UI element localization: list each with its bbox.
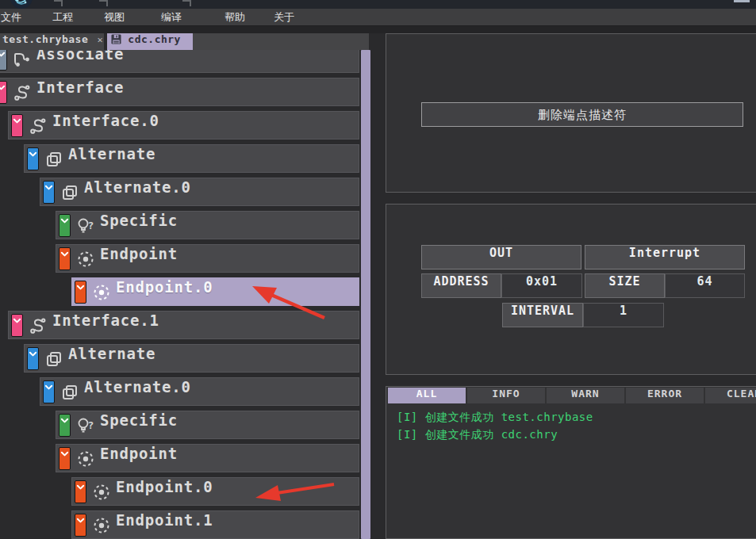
tree-row-label: Associate xyxy=(36,50,124,63)
alternate-icon xyxy=(44,350,63,369)
tree-row-associate[interactable]: Associate xyxy=(0,50,370,73)
titlebar-widget-fragment xyxy=(182,0,191,6)
endpoint-icon xyxy=(92,283,111,302)
tree-row-alternate-0[interactable]: Alternate.0 xyxy=(0,377,370,406)
log-tab-error[interactable]: ERROR xyxy=(626,388,704,403)
tree-row-specific[interactable]: ?Specific xyxy=(0,411,370,439)
tree-row-endpoint-0[interactable]: Endpoint.0 xyxy=(0,477,370,506)
tree-row-label: Alternate xyxy=(68,145,155,162)
chevron-down-toggle[interactable] xyxy=(43,380,55,403)
log-entry: [I] 创建文件成功 cdc.chry xyxy=(397,428,558,442)
endpoint-icon xyxy=(76,449,95,468)
tree-row-label: Interface.1 xyxy=(52,312,159,329)
chevron-down-toggle[interactable] xyxy=(75,281,86,304)
alternate-icon xyxy=(60,383,79,402)
tree-row-bar[interactable]: Alternate.0 xyxy=(40,377,359,406)
tree-row-label: Endpoint xyxy=(100,445,178,462)
size-label: SIZE xyxy=(585,273,665,298)
address-label: ADDRESS xyxy=(421,273,501,298)
tree-row-interface-1[interactable]: Interface.1 xyxy=(0,311,370,339)
tree-row-alternate[interactable]: Alternate xyxy=(0,344,370,373)
log-tab-clear[interactable]: CLEAR xyxy=(705,388,756,403)
log-tab-all[interactable]: ALL xyxy=(388,388,466,403)
endpoint-icon xyxy=(92,483,111,502)
interval-value-field[interactable]: 1 xyxy=(583,303,664,327)
chevron-down-toggle[interactable] xyxy=(59,414,71,437)
titlebar-widget-fragment xyxy=(734,0,750,2)
svg-text:?: ? xyxy=(88,220,94,231)
tree-row-bar[interactable]: Endpoint.0 xyxy=(71,277,359,306)
menu-item-6[interactable]: 关于 xyxy=(274,9,294,25)
log-panel: ALLINFOWARNERRORCLEAR[I] 创建文件成功 test.chr… xyxy=(386,386,756,539)
tree-row-endpoint-0[interactable]: Endpoint.0 xyxy=(0,277,370,306)
file-tab-bar: test.chrybase ✕ cdc.chry ✕ xyxy=(0,33,369,50)
tree-row-bar[interactable]: Alternate.0 xyxy=(40,178,359,206)
chevron-down-toggle[interactable] xyxy=(27,147,39,170)
tree-row-label: Interface xyxy=(36,78,124,96)
save-icon xyxy=(111,34,121,47)
menu-item-1[interactable]: 文件 xyxy=(1,9,21,25)
tab-label: test.chrybase xyxy=(2,33,88,45)
chevron-down-toggle[interactable] xyxy=(59,247,71,270)
tree-row-label: Interface.0 xyxy=(52,112,159,129)
log-entry: [I] 创建文件成功 test.chrybase xyxy=(397,411,593,425)
tree-row-endpoint-1[interactable]: Endpoint.1 xyxy=(0,510,370,539)
tree-row-bar[interactable]: Endpoint xyxy=(56,444,359,472)
tree-row-bar[interactable]: Interface.1 xyxy=(8,311,359,339)
alternate-icon xyxy=(44,150,63,169)
tree-row-bar[interactable]: Associate xyxy=(0,50,359,73)
tree-row-label: Endpoint.1 xyxy=(116,511,213,529)
chevron-down-toggle[interactable] xyxy=(59,447,71,470)
tab-test-chrybase[interactable]: test.chrybase ✕ xyxy=(0,33,104,50)
tree-row-bar[interactable]: Endpoint.0 xyxy=(71,477,359,506)
chevron-down-toggle[interactable] xyxy=(0,81,7,104)
interval-label: INTERVAL xyxy=(502,303,583,327)
delete-endpoint-descriptor-button[interactable]: 删除端点描述符 xyxy=(421,102,743,127)
tree-row-bar[interactable]: ?Specific xyxy=(56,211,359,239)
tab-label: cdc.chry xyxy=(128,33,181,45)
tree-row-bar[interactable]: Endpoint xyxy=(56,244,359,273)
tree-row-bar[interactable]: Endpoint.1 xyxy=(71,510,359,539)
tree-row-endpoint[interactable]: Endpoint xyxy=(0,444,370,472)
tree-row-bar[interactable]: ?Specific xyxy=(56,411,359,439)
tree-scrollbar[interactable] xyxy=(361,50,370,539)
tree-row-bar[interactable]: Alternate xyxy=(24,144,359,173)
log-tab-warn[interactable]: WARN xyxy=(547,388,624,403)
chevron-down-toggle[interactable] xyxy=(75,514,86,537)
direction-select[interactable]: OUT xyxy=(421,245,581,270)
tree-row-specific[interactable]: ?Specific xyxy=(0,211,370,239)
menu-item-3[interactable]: 视图 xyxy=(104,9,125,25)
chevron-down-toggle[interactable] xyxy=(75,480,86,503)
titlebar-widget-fragment xyxy=(99,0,108,6)
chevron-down-toggle[interactable] xyxy=(11,314,23,337)
chevron-down-toggle[interactable] xyxy=(27,347,39,370)
close-icon[interactable]: ✕ xyxy=(98,34,104,45)
chevron-down-toggle[interactable] xyxy=(11,114,23,137)
tree-row-bar[interactable]: Alternate xyxy=(24,344,359,373)
svg-text:?: ? xyxy=(88,419,94,431)
chevron-down-toggle[interactable] xyxy=(43,181,55,204)
address-value-field[interactable]: 0x01 xyxy=(501,273,582,298)
menu-item-4[interactable]: 编译 xyxy=(161,9,182,25)
tree-row-alternate-0[interactable]: Alternate.0 xyxy=(0,178,370,206)
tree-row-interface-0[interactable]: Interface.0 xyxy=(0,111,370,140)
menu-bar: 文件工程视图编译帮助关于 xyxy=(0,9,756,26)
chevron-down-toggle[interactable] xyxy=(59,214,71,237)
tree-row-bar[interactable]: Interface.0 xyxy=(8,111,359,140)
tab-cdc-chry[interactable]: cdc.chry ✕ xyxy=(107,33,193,50)
descriptor-tree: AssociateInterfaceInterface.0AlternateAl… xyxy=(0,50,370,539)
transfer-type-select[interactable]: Interrupt xyxy=(585,245,745,270)
tree-row-interface[interactable]: Interface xyxy=(0,78,370,106)
size-value-field[interactable]: 64 xyxy=(665,273,745,298)
endpoint-properties-panel: OUT Interrupt ADDRESS 0x01 SIZE 64 INTER… xyxy=(386,204,756,375)
chevron-down-toggle[interactable] xyxy=(0,50,7,71)
menu-item-5[interactable]: 帮助 xyxy=(224,9,245,25)
menu-item-2[interactable]: 工程 xyxy=(52,9,73,25)
tree-row-alternate[interactable]: Alternate xyxy=(0,144,370,173)
log-tab-info[interactable]: INFO xyxy=(467,388,545,403)
specific-icon: ? xyxy=(76,416,95,435)
tree-row-endpoint[interactable]: Endpoint xyxy=(0,244,370,273)
tree-row-bar[interactable]: Interface xyxy=(0,78,359,106)
tree-row-label: Endpoint xyxy=(100,245,178,262)
endpoint-icon xyxy=(76,250,95,269)
